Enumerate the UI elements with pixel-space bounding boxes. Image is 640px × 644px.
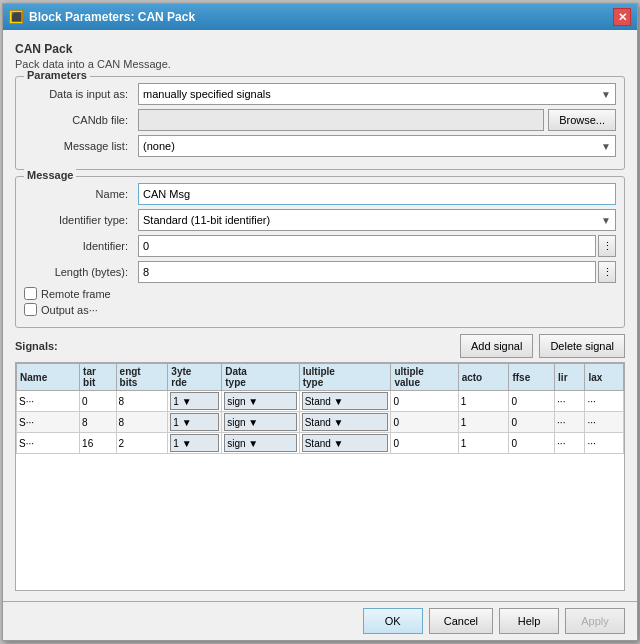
cell-data-type[interactable]: sign ▼ (222, 433, 299, 454)
signals-section: Signals: Add signal Delete signal Name t… (15, 334, 625, 591)
remote-frame-checkbox[interactable] (24, 287, 37, 300)
cancel-button[interactable]: Cancel (429, 608, 493, 634)
identifier-row: Identifier: ⋮ (24, 235, 616, 257)
cell-multiple-type[interactable]: Stand ▼ (299, 433, 391, 454)
cell-length-bits: 8 (116, 391, 168, 412)
output-as-checkbox[interactable] (24, 303, 37, 316)
cell-max: ··· (585, 412, 624, 433)
cell-max: ··· (585, 433, 624, 454)
data-input-row: Data is input as: manually specified sig… (24, 83, 616, 105)
name-input[interactable] (138, 183, 616, 205)
identifier-input-group: ⋮ (138, 235, 616, 257)
signals-table-body: S···081 ▼sign ▼Stand ▼010······S···881 ▼… (17, 391, 624, 454)
candb-row: CANdb file: Browse... (24, 109, 616, 131)
cell-offset: 0 (509, 391, 555, 412)
col-multiple-type: lultipletype (299, 364, 391, 391)
block-title: CAN Pack (15, 42, 625, 56)
content-area: CAN Pack Pack data into a CAN Message. P… (3, 30, 637, 601)
cell-min: ··· (555, 412, 585, 433)
cell-start-bit: 8 (80, 412, 116, 433)
remote-frame-row: Remote frame (24, 287, 616, 300)
output-as-label: Output as··· (41, 304, 98, 316)
id-type-dropdown[interactable]: Standard (11-bit identifier) ▼ (138, 209, 616, 231)
cell-factor: 1 (458, 391, 509, 412)
cell-min: ··· (555, 433, 585, 454)
id-type-value: Standard (11-bit identifier) (143, 214, 270, 226)
message-group: Message Name: Identifier type: Standard … (15, 176, 625, 328)
cell-multiple-value: 0 (391, 433, 458, 454)
cell-offset: 0 (509, 433, 555, 454)
cell-max: ··· (585, 391, 624, 412)
cell-data-type[interactable]: sign ▼ (222, 412, 299, 433)
window-icon: ⬛ (9, 10, 23, 24)
remote-frame-label: Remote frame (41, 288, 111, 300)
signals-label: Signals: (15, 340, 58, 352)
identifier-input[interactable] (138, 235, 596, 257)
apply-button[interactable]: Apply (565, 608, 625, 634)
cell-name: S··· (17, 433, 80, 454)
cell-byte-order[interactable]: 1 ▼ (168, 412, 222, 433)
signals-table-header: Name tarbit engtbits 3yterde Datatype lu… (17, 364, 624, 391)
col-factor: acto (458, 364, 509, 391)
cell-length-bits: 2 (116, 433, 168, 454)
col-offset: ffse (509, 364, 555, 391)
cell-length-bits: 8 (116, 412, 168, 433)
cell-multiple-value: 0 (391, 391, 458, 412)
length-input-group: ⋮ (138, 261, 616, 283)
cell-name: S··· (17, 391, 80, 412)
cell-byte-order[interactable]: 1 ▼ (168, 433, 222, 454)
browse-button[interactable]: Browse... (548, 109, 616, 131)
message-list-value: (none) (143, 140, 175, 152)
cell-multiple-value: 0 (391, 412, 458, 433)
id-type-arrow: ▼ (601, 215, 611, 226)
message-list-arrow: ▼ (601, 141, 611, 152)
add-signal-button[interactable]: Add signal (460, 334, 533, 358)
cell-multiple-type[interactable]: Stand ▼ (299, 391, 391, 412)
cell-factor: 1 (458, 433, 509, 454)
header-row: Name tarbit engtbits 3yterde Datatype lu… (17, 364, 624, 391)
cell-byte-order[interactable]: 1 ▼ (168, 391, 222, 412)
col-name: Name (17, 364, 80, 391)
length-dots-button[interactable]: ⋮ (598, 261, 616, 283)
signals-table-container: Name tarbit engtbits 3yterde Datatype lu… (15, 362, 625, 591)
output-as-row: Output as··· (24, 303, 616, 316)
message-list-dropdown[interactable]: (none) ▼ (138, 135, 616, 157)
data-input-label: Data is input as: (24, 88, 134, 100)
col-max: lax (585, 364, 624, 391)
title-bar: ⬛ Block Parameters: CAN Pack ✕ (3, 4, 637, 30)
length-row: Length (bytes): ⋮ (24, 261, 616, 283)
delete-signal-button[interactable]: Delete signal (539, 334, 625, 358)
cell-start-bit: 0 (80, 391, 116, 412)
col-min: lir (555, 364, 585, 391)
block-subtitle: Pack data into a CAN Message. (15, 58, 625, 70)
cell-multiple-type[interactable]: Stand ▼ (299, 412, 391, 433)
data-input-dropdown[interactable]: manually specified signals ▼ (138, 83, 616, 105)
candb-input[interactable] (138, 109, 544, 131)
cell-min: ··· (555, 391, 585, 412)
signals-table: Name tarbit engtbits 3yterde Datatype lu… (16, 363, 624, 454)
data-input-arrow: ▼ (601, 89, 611, 100)
bottom-bar: OK Cancel Help Apply (3, 601, 637, 640)
signals-buttons: Add signal Delete signal (460, 334, 625, 358)
col-length-bits: engtbits (116, 364, 168, 391)
table-row: S···881 ▼sign ▼Stand ▼010······ (17, 412, 624, 433)
ok-button[interactable]: OK (363, 608, 423, 634)
help-button[interactable]: Help (499, 608, 559, 634)
col-start-bit: tarbit (80, 364, 116, 391)
cell-start-bit: 16 (80, 433, 116, 454)
window-title: Block Parameters: CAN Pack (29, 10, 195, 24)
identifier-label: Identifier: (24, 240, 134, 252)
cell-data-type[interactable]: sign ▼ (222, 391, 299, 412)
length-input[interactable] (138, 261, 596, 283)
id-type-row: Identifier type: Standard (11-bit identi… (24, 209, 616, 231)
identifier-dots-button[interactable]: ⋮ (598, 235, 616, 257)
parameters-group: Parameters Data is input as: manually sp… (15, 76, 625, 170)
name-label: Name: (24, 188, 134, 200)
candb-label: CANdb file: (24, 114, 134, 126)
close-button[interactable]: ✕ (613, 8, 631, 26)
main-window: ⬛ Block Parameters: CAN Pack ✕ CAN Pack … (2, 3, 638, 641)
message-list-row: Message list: (none) ▼ (24, 135, 616, 157)
message-group-label: Message (24, 169, 76, 181)
id-type-label: Identifier type: (24, 214, 134, 226)
signals-header: Signals: Add signal Delete signal (15, 334, 625, 358)
